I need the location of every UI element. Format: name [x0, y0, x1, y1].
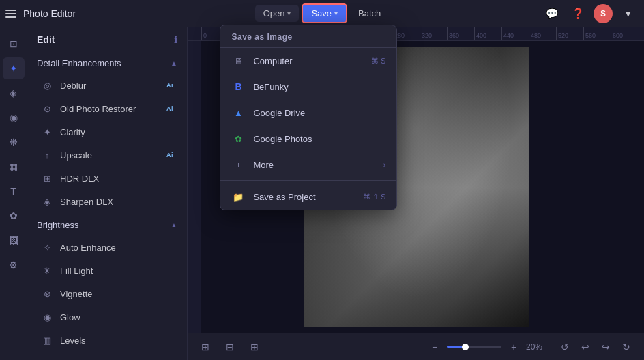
topbar: Photo Editor Open ▾ Save ▾ Batch 💬 ❓ S ▾ [0, 0, 644, 27]
levels-icon: ▥ [41, 334, 53, 346]
left-panel: Edit ℹ Detail Enhancements ▲ ◎ Deblur Ai… [27, 27, 188, 360]
zoom-out-btn[interactable]: − [425, 337, 444, 357]
zoom-controls: − + 20% [425, 337, 550, 357]
zoom-slider-fill [447, 346, 463, 348]
zoom-in-btn[interactable]: + [504, 337, 523, 357]
zoom-value: 20% [526, 342, 550, 352]
hdr-icon: ⊞ [41, 172, 53, 184]
enhance-tool-btn[interactable]: ✦ [3, 57, 25, 79]
glow-icon: ◉ [41, 311, 53, 323]
more-icon: + [231, 158, 245, 171]
dropdown-divider [220, 180, 396, 181]
fill-light-icon: ☀ [41, 264, 53, 277]
topbar-center: Open ▾ Save ▾ Batch [142, 3, 502, 23]
save-google-drive-item[interactable]: ▲ Google Drive [220, 100, 396, 126]
computer-label: Computer [253, 56, 363, 66]
google-drive-label: Google Drive [253, 108, 385, 118]
undo-btn[interactable]: ↩ [576, 337, 595, 357]
layers-btn[interactable]: ⊞ [196, 337, 215, 357]
fill-light-tool[interactable]: ☀ Fill Light [31, 260, 183, 281]
grid-btn[interactable]: ⊞ [245, 337, 264, 357]
vignette-icon: ⊗ [41, 288, 53, 300]
menu-icon[interactable] [5, 7, 19, 20]
filter-tool-btn[interactable]: ◉ [3, 107, 25, 128]
vignette-tool[interactable]: ⊗ Vignette [31, 283, 183, 305]
save-dropdown: Save as Image 🖥 Computer ⌘ S B BeFunky ▲… [220, 25, 397, 210]
detail-chevron-icon: ▲ [171, 59, 177, 67]
brightness-section[interactable]: Brightness ▲ [27, 213, 187, 236]
more-label: More [253, 160, 375, 170]
brightness-chevron-icon: ▲ [171, 221, 177, 229]
befunky-icon: B [231, 80, 245, 94]
blur-section[interactable]: Blur ▲ [27, 352, 187, 360]
rotate-left-btn[interactable]: ↺ [555, 337, 574, 357]
panel-title: Edit [37, 34, 55, 45]
clarity-icon: ✦ [41, 126, 53, 138]
computer-icon: 🖥 [231, 54, 245, 68]
auto-enhance-tool[interactable]: ✧ Auto Enhance [31, 236, 183, 258]
detail-enhancements-section[interactable]: Detail Enhancements ▲ [27, 51, 187, 74]
sharpen-dlx-tool[interactable]: ◈ Sharpen DLX [31, 191, 183, 212]
clarity-tool[interactable]: ✦ Clarity [31, 121, 183, 143]
avatar[interactable]: S [594, 4, 613, 23]
redo-btn[interactable]: ↪ [596, 337, 615, 357]
crop-tool-btn[interactable]: ⊡ [3, 33, 25, 55]
dropdown-header: Save as Image [220, 25, 396, 48]
project-shortcut: ⌘ ⇧ S [363, 193, 385, 202]
google-photos-label: Google Photos [253, 134, 385, 144]
history-buttons: ↺ ↩ ↪ ↻ [555, 337, 636, 357]
open-button[interactable]: Open ▾ [255, 5, 299, 22]
open-chevron-icon: ▾ [287, 10, 291, 17]
topbar-right: 💬 ❓ S ▾ [502, 3, 639, 24]
computer-shortcut: ⌘ S [371, 57, 385, 66]
ruler-vertical [188, 41, 201, 333]
google-drive-icon: ▲ [231, 106, 245, 120]
bottom-bar: ⊞ ⊟ ⊞ − + 20% ↺ ↩ ↪ ↻ [188, 333, 644, 360]
upscale-icon: ↑ [41, 149, 53, 161]
save-more-item[interactable]: + More › [220, 152, 396, 178]
project-label: Save as Project [253, 192, 355, 202]
topbar-left: Photo Editor [5, 7, 142, 20]
deblur-icon: ◎ [41, 79, 53, 92]
sharpen-icon: ◈ [41, 195, 53, 208]
save-button[interactable]: Save ▾ [302, 3, 347, 23]
google-photos-icon: ✿ [231, 132, 245, 146]
app-title: Photo Editor [23, 8, 76, 19]
transform-btn[interactable]: ⊟ [220, 337, 239, 357]
auto-enhance-icon: ✧ [41, 241, 53, 253]
save-chevron-icon: ▾ [334, 10, 338, 17]
image-tool-btn[interactable]: 🖼 [3, 230, 25, 251]
info-icon[interactable]: ℹ [174, 34, 177, 45]
effects-tool-btn[interactable]: ◈ [3, 82, 25, 104]
topbar-chevron-btn[interactable]: ▾ [618, 3, 639, 24]
icon-sidebar: ⊡ ✦ ◈ ◉ ❋ ▦ T ✿ 🖼 ⚙ [0, 27, 27, 360]
levels-tool[interactable]: ▥ Levels [31, 329, 183, 351]
deblur-tool[interactable]: ◎ Deblur Ai [31, 74, 183, 96]
frame-tool-btn[interactable]: ▦ [3, 156, 25, 178]
befunky-label: BeFunky [253, 82, 385, 92]
graphics-tool-btn[interactable]: ✿ [3, 205, 25, 227]
panel-header: Edit ℹ [27, 27, 187, 51]
settings-tool-btn[interactable]: ⚙ [3, 254, 25, 276]
old-photo-icon: ⊙ [41, 102, 53, 115]
save-computer-item[interactable]: 🖥 Computer ⌘ S [220, 48, 396, 74]
history-btn[interactable]: ↻ [617, 337, 636, 357]
save-as-project-item[interactable]: 📁 Save as Project ⌘ ⇧ S [220, 184, 396, 210]
more-arrow-icon: › [383, 161, 386, 169]
overlay-tool-btn[interactable]: ❋ [3, 131, 25, 153]
batch-button[interactable]: Batch [350, 5, 389, 22]
help-icon-btn[interactable]: ❓ [568, 3, 588, 24]
chat-icon-btn[interactable]: 💬 [542, 3, 562, 24]
upscale-tool[interactable]: ↑ Upscale Ai [31, 144, 183, 166]
save-befunky-item[interactable]: B BeFunky [220, 74, 396, 100]
glow-tool[interactable]: ◉ Glow [31, 306, 183, 328]
zoom-slider[interactable] [447, 346, 501, 348]
project-icon: 📁 [231, 190, 245, 204]
hdr-dlx-tool[interactable]: ⊞ HDR DLX [31, 167, 183, 189]
old-photo-restorer-tool[interactable]: ⊙ Old Photo Restorer Ai [31, 98, 183, 120]
save-google-photos-item[interactable]: ✿ Google Photos [220, 126, 396, 152]
text-tool-btn[interactable]: T [3, 180, 25, 202]
zoom-slider-thumb [462, 344, 469, 350]
